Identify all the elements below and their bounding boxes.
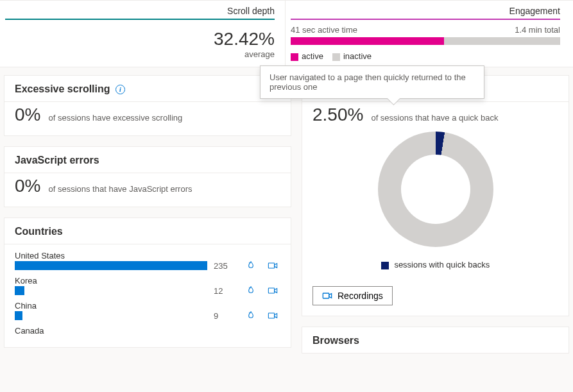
summary-strip: Scroll depth 32.42% average Engagement 4…	[0, 0, 573, 67]
countries-card: Countries United States235Korea12China9C…	[4, 217, 291, 348]
country-name: United States	[15, 251, 280, 260]
country-value: 12	[214, 286, 239, 296]
right-column: Quick backs i 2.50% of sessions that hav…	[302, 75, 569, 354]
quickbacks-body: 2.50% of sessions that have a quick back…	[302, 102, 569, 316]
country-value: 9	[214, 311, 239, 321]
swatch-quickbacks-icon	[381, 262, 389, 269]
country-bar-track	[15, 286, 207, 295]
country-row: Korea12	[15, 272, 280, 297]
legend-inactive: inactive	[332, 51, 372, 61]
browsers-card: Browsers	[302, 327, 569, 354]
country-bar-line: 9	[15, 311, 280, 321]
left-column: Excessive scrolling i 0% of sessions hav…	[4, 75, 291, 348]
js-errors-desc: of sessions that have JavaScript errors	[48, 184, 192, 194]
excessive-scrolling-desc: of sessions have excessive scrolling	[48, 113, 182, 123]
engagement-stats: 41 sec active time 1.4 min total	[291, 25, 560, 35]
scroll-depth-title: Scroll depth	[5, 6, 275, 20]
camera-icon	[322, 291, 332, 301]
tooltip-text: User navigated to a page then quickly re…	[269, 72, 466, 92]
excessive-scrolling-title: Excessive scrolling	[15, 83, 110, 94]
js-errors-value: 0%	[15, 176, 40, 196]
engagement-title: Engagement	[291, 6, 560, 20]
info-icon[interactable]: i	[115, 85, 125, 94]
browsers-header: Browsers	[302, 327, 569, 353]
country-bar-line: 235	[15, 260, 280, 271]
engagement-total-time: 1.4 min total	[515, 25, 560, 35]
country-name: Canada	[15, 326, 280, 336]
scroll-depth-sub: average	[5, 49, 275, 59]
engagement-active-time: 41 sec active time	[291, 25, 357, 35]
country-bar-fill	[15, 311, 22, 320]
svg-rect-0	[268, 263, 274, 268]
countries-title: Countries	[15, 226, 63, 237]
country-bar-track	[15, 261, 207, 270]
swatch-inactive-icon	[332, 53, 340, 61]
excessive-scrolling-value: 0%	[15, 105, 40, 125]
country-name: China	[15, 301, 280, 311]
legend-inactive-label: inactive	[343, 51, 372, 61]
swatch-active-icon	[291, 53, 298, 61]
recordings-button[interactable]: Recordings	[312, 286, 393, 305]
heatmap-icon[interactable]	[246, 260, 256, 271]
scroll-depth-number: 32.42%	[214, 29, 275, 49]
country-bar-fill	[15, 261, 207, 270]
country-bar-line: 12	[15, 285, 280, 296]
engagement-panel: Engagement 41 sec active time 1.4 min to…	[286, 1, 573, 67]
excessive-scrolling-header: Excessive scrolling i	[4, 76, 291, 101]
country-row: United States235	[15, 247, 280, 272]
country-row: China9	[15, 297, 280, 322]
country-bar-track	[15, 311, 207, 320]
js-errors-title: JavaScript errors	[15, 155, 99, 166]
recording-icon[interactable]	[268, 260, 278, 271]
engagement-bar-fill	[291, 37, 444, 45]
engagement-legend: active inactive	[291, 51, 560, 61]
js-errors-body: 0% of sessions that have JavaScript erro…	[4, 173, 291, 207]
svg-rect-1	[268, 288, 274, 293]
country-row: Canada	[15, 322, 280, 337]
js-errors-header: JavaScript errors	[4, 147, 291, 173]
quickbacks-desc: of sessions that have a quick back	[371, 113, 498, 123]
quickbacks-tooltip: User navigated to a page then quickly re…	[260, 65, 484, 99]
country-bar-fill	[15, 286, 24, 295]
donut-chart	[378, 132, 493, 247]
country-actions	[246, 260, 280, 271]
quickbacks-metric: 2.50% of sessions that have a quick back	[312, 105, 558, 125]
main-content: Excessive scrolling i 0% of sessions hav…	[0, 67, 573, 361]
excessive-scrolling-body: 0% of sessions have excessive scrolling	[4, 102, 291, 135]
donut-legend: sessions with quick backs	[381, 260, 490, 269]
country-name: Korea	[15, 276, 280, 285]
quickbacks-card: Quick backs i 2.50% of sessions that hav…	[302, 75, 569, 316]
country-actions	[246, 285, 280, 296]
country-actions	[246, 311, 280, 321]
countries-body: United States235Korea12China9Canada	[4, 244, 291, 347]
quickbacks-value: 2.50%	[312, 105, 363, 125]
quickbacks-chart: sessions with quick backs	[312, 125, 558, 276]
scroll-depth-value: 32.42% average	[5, 29, 275, 59]
excessive-scrolling-card: Excessive scrolling i 0% of sessions hav…	[4, 75, 291, 136]
scroll-depth-panel: Scroll depth 32.42% average	[0, 1, 286, 67]
donut-legend-label: sessions with quick backs	[394, 260, 490, 269]
svg-rect-3	[323, 293, 329, 298]
recording-icon[interactable]	[268, 311, 278, 321]
country-value: 235	[214, 261, 239, 271]
js-errors-card: JavaScript errors 0% of sessions that ha…	[4, 146, 291, 207]
legend-active-label: active	[302, 51, 323, 61]
legend-active: active	[291, 51, 323, 61]
countries-header: Countries	[4, 218, 291, 244]
heatmap-icon[interactable]	[246, 311, 256, 321]
engagement-bar	[291, 37, 560, 45]
svg-rect-2	[268, 313, 274, 318]
heatmap-icon[interactable]	[246, 285, 256, 296]
recording-icon[interactable]	[268, 285, 278, 296]
browsers-title: Browsers	[312, 335, 359, 346]
recordings-button-label: Recordings	[338, 291, 383, 301]
